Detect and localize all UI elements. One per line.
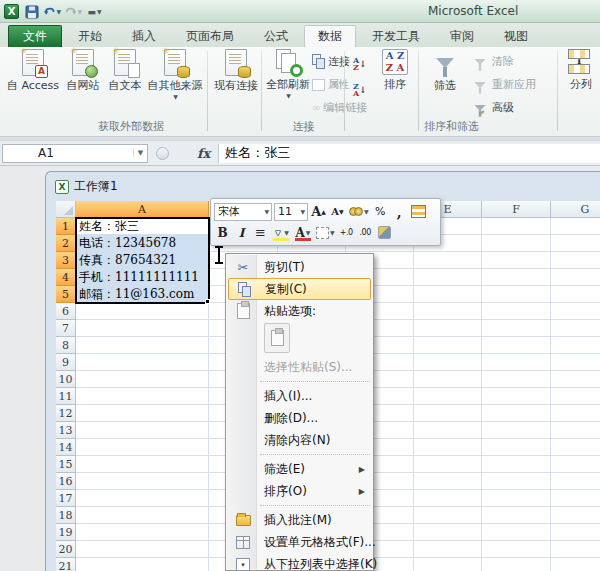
refresh-all-button[interactable]: 全部刷新 ▼	[266, 49, 310, 99]
from-text-button[interactable]: ✳ 自文本	[104, 49, 146, 93]
sort-button[interactable]: A ZZ A 排序	[375, 49, 415, 92]
cell-E9[interactable]	[414, 354, 482, 371]
menu-item-15[interactable]: ▾从下拉列表中选择(K)	[228, 553, 371, 571]
row-header-15[interactable]: 15	[56, 456, 76, 473]
cell-F2[interactable]	[482, 235, 551, 252]
cell-E4[interactable]	[414, 269, 482, 286]
cell-F12[interactable]	[482, 405, 551, 422]
cell-E20[interactable]	[414, 541, 482, 558]
cell-E8[interactable]	[414, 337, 482, 354]
tab-2[interactable]: 插入	[118, 25, 170, 47]
cell-A8[interactable]	[76, 337, 209, 354]
format-table-button[interactable]	[410, 203, 427, 221]
undo-button[interactable]: ▼	[44, 4, 61, 20]
grow-font-button[interactable]: A▲	[310, 203, 327, 221]
row-header-19[interactable]: 19	[56, 524, 76, 541]
cell-A1[interactable]: 姓名：张三	[76, 218, 209, 235]
cell-G18[interactable]	[551, 507, 600, 524]
cell-G10[interactable]	[551, 371, 600, 388]
cell-G4[interactable]	[551, 269, 600, 286]
menu-item-11[interactable]: 排序(O)▶	[228, 480, 371, 502]
cell-F10[interactable]	[482, 371, 551, 388]
cell-F7[interactable]	[482, 320, 551, 337]
cell-A17[interactable]	[76, 490, 209, 507]
formula-content[interactable]: 姓名：张三	[218, 144, 600, 163]
decrease-decimal-button[interactable]: .00	[357, 224, 374, 242]
cell-A10[interactable]	[76, 371, 209, 388]
shrink-font-button[interactable]: A▼	[329, 203, 346, 221]
cell-A20[interactable]	[76, 541, 209, 558]
cell-G9[interactable]	[551, 354, 600, 371]
row-header-13[interactable]: 13	[56, 422, 76, 439]
tab-7[interactable]: 审阅	[436, 25, 488, 47]
cell-A6[interactable]	[76, 303, 209, 320]
cell-E7[interactable]	[414, 320, 482, 337]
cell-F16[interactable]	[482, 473, 551, 490]
comma-style-button[interactable]: ,	[391, 203, 408, 221]
sort-ascending-button[interactable]: AZ↓	[349, 55, 371, 72]
advanced-filter-button[interactable]: 高级	[471, 100, 514, 115]
menu-item-4[interactable]: 选择性粘贴(S)...	[228, 356, 371, 378]
cell-A16[interactable]	[76, 473, 209, 490]
row-header-4[interactable]: 4	[56, 269, 76, 286]
row-header-1[interactable]: 1	[56, 218, 76, 235]
tab-4[interactable]: 公式	[250, 25, 302, 47]
sort-descending-button[interactable]: ZA↓	[349, 81, 371, 98]
increase-decimal-button[interactable]: +.0	[338, 224, 355, 242]
row-header-17[interactable]: 17	[56, 490, 76, 507]
cell-G8[interactable]	[551, 337, 600, 354]
cell-E12[interactable]	[414, 405, 482, 422]
cell-F18[interactable]	[482, 507, 551, 524]
cell-E10[interactable]	[414, 371, 482, 388]
format-painter-button[interactable]	[376, 224, 393, 242]
cell-F19[interactable]	[482, 524, 551, 541]
cell-G17[interactable]	[551, 490, 600, 507]
borders-button[interactable]: ▼	[315, 224, 336, 242]
menu-item-0[interactable]: ✂剪切(T)	[228, 256, 371, 278]
row-header-11[interactable]: 11	[56, 388, 76, 405]
cell-A19[interactable]	[76, 524, 209, 541]
tab-1[interactable]: 开始	[64, 25, 116, 47]
percent-style-button[interactable]: %	[372, 203, 389, 221]
cell-G7[interactable]	[551, 320, 600, 337]
row-header-7[interactable]: 7	[56, 320, 76, 337]
fill-handle[interactable]	[205, 299, 210, 304]
cell-E16[interactable]	[414, 473, 482, 490]
row-header-8[interactable]: 8	[56, 337, 76, 354]
cell-F3[interactable]	[482, 252, 551, 269]
bold-button[interactable]: B	[214, 224, 231, 242]
row-header-6[interactable]: 6	[56, 303, 76, 320]
save-button[interactable]	[23, 4, 40, 20]
cell-F21[interactable]	[482, 558, 551, 571]
tab-8[interactable]: 视图	[490, 25, 542, 47]
cell-E17[interactable]	[414, 490, 482, 507]
cell-F9[interactable]	[482, 354, 551, 371]
select-all-corner[interactable]	[56, 201, 76, 218]
name-box-caret[interactable]: ▼	[133, 149, 147, 157]
cell-E5[interactable]	[414, 286, 482, 303]
row-header-14[interactable]: 14	[56, 439, 76, 456]
row-header-18[interactable]: 18	[56, 507, 76, 524]
cell-A5[interactable]: 邮箱：11@163.com	[76, 286, 209, 303]
center-align-button[interactable]: ≡	[252, 224, 269, 242]
cell-E3[interactable]	[414, 252, 482, 269]
filter-button[interactable]: 筛选	[423, 49, 467, 93]
row-header-2[interactable]: 2	[56, 235, 76, 252]
cell-E13[interactable]	[414, 422, 482, 439]
cell-A13[interactable]	[76, 422, 209, 439]
cell-F17[interactable]	[482, 490, 551, 507]
cell-E21[interactable]	[414, 558, 482, 571]
tab-5[interactable]: 数据	[304, 25, 356, 47]
name-box[interactable]: A1 ▼	[2, 144, 148, 163]
row-header-3[interactable]: 3	[56, 252, 76, 269]
cell-F8[interactable]	[482, 337, 551, 354]
cell-E14[interactable]	[414, 439, 482, 456]
cell-F5[interactable]	[482, 286, 551, 303]
cell-G13[interactable]	[551, 422, 600, 439]
cell-G2[interactable]	[551, 235, 600, 252]
cell-A21[interactable]	[76, 558, 209, 571]
column-header-G[interactable]: G	[551, 201, 600, 218]
cell-G1[interactable]	[551, 218, 600, 235]
cell-F15[interactable]	[482, 456, 551, 473]
row-header-12[interactable]: 12	[56, 405, 76, 422]
